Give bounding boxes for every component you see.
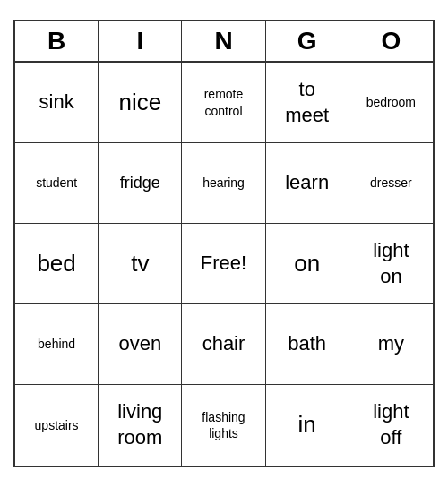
cell-text: Free! [201,251,246,277]
bingo-cell: tomeet [266,63,349,143]
cell-text: dresser [370,175,412,191]
bingo-cell: behind [15,304,99,385]
cell-text: lighton [373,238,409,289]
bingo-cell: on [266,224,349,304]
bingo-cell: in [266,385,349,466]
bingo-cell: oven [99,304,182,385]
bingo-cell: bath [266,304,349,385]
cell-text: in [298,410,316,440]
cell-text: chair [202,331,246,357]
bingo-header: BINGO [15,21,433,63]
cell-text: upstairs [35,417,79,433]
header-letter: N [182,21,265,61]
bingo-cell: lighton [349,224,433,304]
bingo-cell: hearing [182,143,265,224]
header-letter: I [99,21,182,61]
cell-text: tomeet [285,77,329,128]
cell-text: student [36,175,77,191]
bingo-cell: remotecontrol [182,63,265,143]
bingo-cell: my [349,304,433,385]
bingo-cell: bedroom [349,63,433,143]
cell-text: fridge [120,173,160,193]
cell-text: nice [118,88,161,118]
cell-text: tv [131,249,149,279]
bingo-cell: nice [99,63,182,143]
cell-text: lightoff [373,399,409,450]
cell-text: bed [37,249,75,279]
bingo-cell: student [15,143,99,224]
cell-text: bath [288,331,326,357]
cell-text: hearing [202,175,245,191]
cell-text: oven [118,331,161,357]
cell-text: sink [39,90,74,115]
header-letter: B [15,21,99,61]
header-letter: G [266,21,349,61]
bingo-cell: bed [15,224,99,304]
bingo-cell: upstairs [15,385,99,466]
bingo-card: BINGO sinkniceremotecontroltomeetbedroom… [13,20,435,467]
cell-text: my [378,331,404,357]
cell-text: remotecontrol [204,86,244,118]
bingo-cell: tv [99,224,182,304]
bingo-cell: lightoff [349,385,433,466]
bingo-cell: Free! [182,224,265,304]
bingo-cell: chair [182,304,265,385]
cell-text: bedroom [366,94,416,110]
cell-text: livingroom [117,399,162,450]
bingo-cell: dresser [349,143,433,224]
bingo-cell: sink [15,63,99,143]
bingo-cell: flashinglights [182,385,265,466]
bingo-cell: livingroom [99,385,182,466]
bingo-cell: learn [266,143,349,224]
cell-text: flashinglights [202,409,245,441]
cell-text: on [294,249,320,279]
header-letter: O [349,21,433,61]
cell-text: behind [38,336,75,352]
cell-text: learn [285,170,329,196]
bingo-grid: sinkniceremotecontroltomeetbedroomstuden… [15,63,433,466]
bingo-cell: fridge [99,143,182,224]
